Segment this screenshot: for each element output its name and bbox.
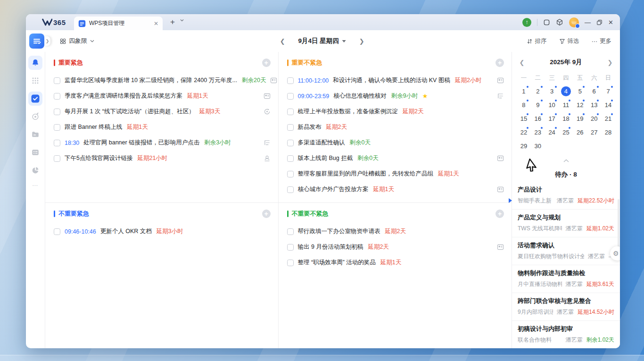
calendar-prev-button[interactable]: ❮ [518, 59, 526, 66]
calendar-day[interactable]: 26 [573, 126, 587, 138]
task-row[interactable]: 版本上线前 Bug 拦截剩余0天 [287, 151, 504, 166]
todo-item[interactable]: 跨部门联合审核与意见整合9月内部培训活动潘艺霖延期14.52小时 [512, 293, 620, 320]
new-tab-dropdown-icon[interactable] [180, 19, 184, 22]
task-checkbox[interactable] [54, 228, 60, 235]
add-task-button[interactable]: + [262, 210, 271, 218]
calendar-day[interactable]: 17 [545, 112, 559, 125]
task-row[interactable]: 09:00-23:59核心信息准确性核对剩余9小时★ [287, 88, 504, 104]
sidebar-item-target[interactable] [28, 109, 42, 124]
add-task-button[interactable]: + [495, 210, 504, 218]
todo-item[interactable]: 物料制作跟进与质量抽检月中直播活动物料...潘艺霖延期3.61天 [512, 265, 620, 293]
sidebar-item-tasks[interactable] [28, 92, 42, 106]
task-row[interactable]: 新品发布延期2天 [287, 119, 504, 135]
task-row[interactable]: 09:46-10:46更新个人 OKR 文档延期3小时 [54, 224, 271, 239]
more-button[interactable]: ⋯ 更多 [592, 37, 612, 45]
restore-button[interactable] [596, 19, 603, 25]
task-row[interactable]: 整理客服群里提到的用户吐槽截图，先转发给产品组延期1天 [287, 166, 504, 182]
window-switch-icon[interactable] [543, 19, 550, 26]
task-checkbox[interactable] [287, 228, 294, 235]
task-row[interactable]: 核心城市户外广告投放方案延期1天 [287, 182, 504, 197]
calendar-day[interactable]: 15 [517, 112, 531, 125]
calendar-day[interactable]: 27 [587, 126, 601, 138]
calendar-day[interactable]: 3 [545, 85, 559, 97]
task-checkbox[interactable] [287, 171, 294, 177]
task-checkbox[interactable] [287, 93, 294, 100]
minimize-button[interactable]: — [585, 19, 591, 25]
calendar-day[interactable]: 24 [545, 126, 559, 138]
calendar-day[interactable]: 10 [545, 99, 559, 111]
calendar-day[interactable]: 14 [601, 99, 615, 111]
sidebar-expand-handle[interactable]: ❯ [44, 36, 50, 46]
calendar-day[interactable]: 12 [573, 99, 587, 111]
todo-item[interactable]: 产品定义与规划TWS 无线耳机降噪...潘艺霖延期1.02天 [512, 209, 620, 237]
calendar-day[interactable]: 11 [559, 99, 573, 111]
sidebar-item-board[interactable] [28, 145, 42, 160]
task-checkbox[interactable] [287, 77, 294, 84]
calendar-day[interactable]: 1 [517, 85, 531, 97]
calendar-day[interactable]: 6 [587, 85, 601, 97]
calendar-day[interactable]: 28 [601, 126, 615, 138]
todo-scrollbar[interactable] [618, 199, 619, 247]
add-task-button[interactable]: + [262, 59, 271, 67]
view-switcher[interactable]: 四象限 [60, 37, 94, 45]
task-checkbox[interactable] [54, 77, 60, 84]
sidebar-more-icon[interactable]: ⋯ [32, 182, 39, 189]
task-row[interactable]: 下午5点给我官网设计链接延期21小时 [54, 151, 271, 166]
close-button[interactable]: ✕ [608, 19, 613, 25]
calendar-day[interactable]: 5 [573, 85, 587, 97]
task-checkbox[interactable] [287, 124, 294, 131]
task-checkbox[interactable] [54, 155, 60, 162]
calendar-day[interactable]: 23 [531, 126, 545, 138]
calendar-day[interactable]: 30 [531, 140, 545, 152]
calendar-day[interactable]: 13 [587, 99, 601, 111]
new-tab-button[interactable]: + [170, 17, 175, 27]
calendar-day[interactable]: 20 [587, 112, 601, 125]
sidebar-item-apps-grid[interactable] [28, 74, 42, 88]
task-row[interactable]: 11:00-12:00和设计沟通，确认今晚要上线的活动 KV 图稿延期2小时 [287, 73, 504, 88]
app-center-icon[interactable] [556, 18, 563, 26]
todo-item[interactable]: 产品设计智能手表上新潘艺霖延期22.52小时 [512, 182, 620, 209]
sidebar-item-bell[interactable] [28, 56, 42, 70]
sort-button[interactable]: 排序 [527, 37, 547, 45]
task-checkbox[interactable] [54, 140, 60, 146]
panel-expand-handle[interactable] [509, 198, 512, 203]
task-row[interactable]: 季度客户满意度调研结果报告及后续奖惩方案延期1天 [54, 88, 271, 104]
sidebar-item-pie[interactable] [28, 163, 42, 177]
tab-wps-project[interactable]: WPS项目管理 ✕ [74, 17, 163, 30]
task-row[interactable]: 整理 “职场效率周” 活动的奖品延期1天 [287, 255, 504, 270]
task-row[interactable]: 监督华北区域每季度新增 10 家二级经销商，保障 2400 万元年度...剩余2… [54, 73, 271, 88]
task-checkbox[interactable] [287, 155, 294, 162]
task-row[interactable]: 输出 9 月份活动策划初稿延期2天 [287, 239, 504, 255]
calendar-day[interactable]: 7 [601, 85, 615, 97]
calendar-day[interactable]: 8 [517, 99, 531, 111]
filter-button[interactable]: 筛选 [559, 37, 579, 45]
date-dropdown[interactable]: 9月4日 星期四 [298, 37, 346, 45]
todo-item[interactable]: 活动需求确认夏日狂欢购物节物料设计全...潘艺霖— [512, 237, 620, 265]
task-checkbox[interactable] [287, 186, 294, 193]
calendar-day[interactable]: 16 [531, 112, 545, 125]
calendar-next-button[interactable]: ❯ [606, 59, 614, 66]
sidebar-item-folder[interactable] [28, 127, 42, 142]
calendar-day[interactable]: 22 [517, 126, 531, 138]
calendar-day[interactable]: 18 [559, 112, 573, 125]
task-row[interactable]: 帮行政填一下办公室物资申请表延期2天 [287, 224, 504, 239]
calendar-day[interactable]: 2 [531, 85, 545, 97]
task-checkbox[interactable] [287, 109, 294, 115]
task-row[interactable]: 梳理上半年投放数据，准备做案例沉淀延期2天 [287, 104, 504, 119]
tab-close-icon[interactable]: ✕ [154, 20, 158, 27]
task-checkbox[interactable] [54, 93, 60, 100]
task-checkbox[interactable] [287, 140, 294, 146]
task-row[interactable]: 每月开展 1 次 “线下试吃活动”（进驻商超、社区）延期3天 [54, 104, 271, 119]
task-checkbox[interactable] [54, 124, 60, 131]
upgrade-button[interactable]: ↑ [522, 18, 531, 27]
calendar-day[interactable]: 19 [573, 112, 587, 125]
task-checkbox[interactable] [287, 244, 294, 251]
task-row[interactable]: 跟进 Banner 终稿上线延期1天 [54, 119, 271, 135]
avatar[interactable] [569, 17, 579, 27]
calendar-day[interactable]: 4 [559, 85, 573, 97]
task-row[interactable]: 18:30处理官网 banner 链接报错，已影响用户点击剩余3小时 [54, 135, 271, 151]
calendar-day[interactable]: 21 [601, 112, 615, 125]
calendar-day[interactable]: 25 [559, 126, 573, 138]
calendar-day[interactable]: 29 [517, 140, 531, 152]
prev-day-button[interactable]: ❮ [280, 38, 285, 45]
